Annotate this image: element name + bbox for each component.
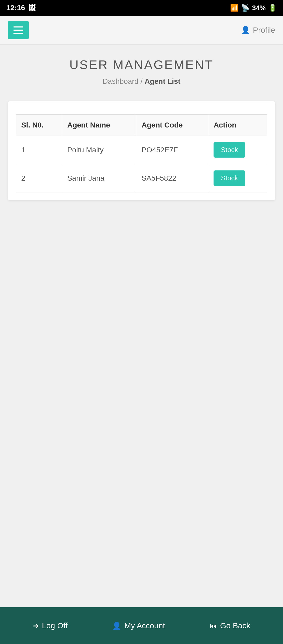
status-bar-right: 📶 📡 34% 🔋 (230, 4, 277, 12)
breadcrumb-parent[interactable]: Dashboard (102, 77, 138, 85)
page-title: USER MANAGEMENT (0, 58, 283, 72)
cell-sl-2: 2 (16, 164, 62, 192)
breadcrumb-separator: / (140, 77, 143, 85)
cell-sl-1: 1 (16, 136, 62, 164)
battery-display: 34% (252, 4, 266, 12)
hamburger-line-1 (13, 26, 23, 27)
cell-agent-code-2: SA5F5822 (136, 164, 208, 192)
photo-icon: 🖼 (28, 4, 36, 12)
profile-label: Profile (253, 26, 275, 35)
breadcrumb: Dashboard / Agent List (0, 77, 283, 86)
hamburger-line-2 (13, 30, 23, 31)
profile-icon: 👤 (241, 26, 250, 34)
main-content: Sl. N0. Agent Name Agent Code Action 1 P… (0, 93, 283, 216)
profile-link[interactable]: 👤 Profile (241, 26, 275, 35)
col-action: Action (208, 115, 267, 136)
cell-action-2: Stock (208, 164, 267, 192)
table-wrapper: Sl. N0. Agent Name Agent Code Action 1 P… (16, 114, 267, 192)
agent-list-card: Sl. N0. Agent Name Agent Code Action 1 P… (8, 101, 275, 200)
cell-agent-name-2: Samir Jana (62, 164, 136, 192)
status-bar: 12:16 🖼 📶 📡 34% 🔋 (0, 0, 283, 16)
my-account-link[interactable]: 👤 My Account (112, 621, 165, 630)
agent-table: Sl. N0. Agent Name Agent Code Action 1 P… (16, 114, 267, 192)
go-back-icon: ⏮ (210, 621, 217, 630)
stock-button-1[interactable]: Stock (214, 142, 245, 158)
col-agent-name: Agent Name (62, 115, 136, 136)
cell-agent-code-1: PO452E7F (136, 136, 208, 164)
go-back-link[interactable]: ⏮ Go Back (210, 621, 250, 630)
col-sl: Sl. N0. (16, 115, 62, 136)
table-header-row: Sl. N0. Agent Name Agent Code Action (16, 115, 267, 136)
signal-icon: 📡 (241, 4, 249, 12)
table-body: 1 Poltu Maity PO452E7F Stock 2 Samir Jan… (16, 136, 267, 192)
log-off-label: Log Off (42, 621, 68, 630)
table-row: 1 Poltu Maity PO452E7F Stock (16, 136, 267, 164)
my-account-label: My Account (124, 621, 165, 630)
footer: ➜ Log Off 👤 My Account ⏮ Go Back (0, 607, 283, 644)
log-off-link[interactable]: ➜ Log Off (33, 621, 68, 630)
col-agent-code: Agent Code (136, 115, 208, 136)
navbar: 👤 Profile (0, 16, 283, 45)
go-back-label: Go Back (220, 621, 250, 630)
cell-agent-name-1: Poltu Maity (62, 136, 136, 164)
time-display: 12:16 (6, 4, 25, 12)
battery-icon: 🔋 (268, 4, 277, 12)
status-bar-left: 12:16 🖼 (6, 4, 36, 12)
my-account-icon: 👤 (112, 621, 121, 630)
stock-button-2[interactable]: Stock (214, 170, 245, 186)
hamburger-line-3 (13, 33, 23, 34)
cell-action-1: Stock (208, 136, 267, 164)
table-header: Sl. N0. Agent Name Agent Code Action (16, 115, 267, 136)
log-off-icon: ➜ (33, 621, 39, 630)
breadcrumb-current: Agent List (145, 77, 181, 85)
hamburger-button[interactable] (8, 21, 29, 39)
table-row: 2 Samir Jana SA5F5822 Stock (16, 164, 267, 192)
page-header: USER MANAGEMENT Dashboard / Agent List (0, 45, 283, 93)
wifi-icon: 📶 (230, 4, 238, 12)
